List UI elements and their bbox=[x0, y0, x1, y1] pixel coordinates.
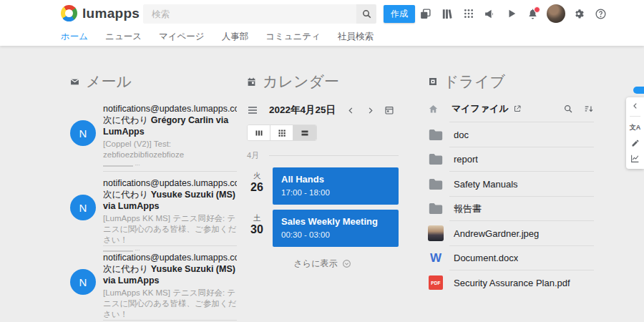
calendar-event-row: 火 26 All Hands 17:00 - 18:00 bbox=[247, 167, 399, 205]
file-name: report bbox=[454, 154, 478, 165]
pencil-icon[interactable] bbox=[631, 139, 640, 147]
word-file-icon: W bbox=[428, 252, 444, 265]
redacted-snippet bbox=[103, 165, 133, 167]
mail-item[interactable]: N notifications@updates.lumapps.com 次に代わ… bbox=[70, 97, 237, 172]
create-button[interactable]: 作成 bbox=[384, 5, 415, 23]
mail-text: notifications@updates.lumapps.com 次に代わり … bbox=[103, 103, 237, 172]
nav-tab[interactable]: 人事部 bbox=[222, 31, 249, 43]
calendar-event[interactable]: All Hands 17:00 - 18:00 bbox=[273, 167, 399, 205]
main-nav: ホーム ニュース マイページ 人事部 コミュニティ 社員検索 bbox=[61, 27, 374, 46]
drive-item[interactable]: report bbox=[428, 147, 594, 172]
apps-grid-icon[interactable] bbox=[461, 6, 476, 21]
calendar-prev-icon[interactable] bbox=[347, 107, 355, 114]
nav-tab[interactable]: ホーム bbox=[61, 31, 88, 43]
file-name: Security Assurance Plan.pdf bbox=[454, 278, 570, 288]
mail-item[interactable]: N notifications@updates.lumapps.com 次に代わ… bbox=[70, 172, 237, 246]
calendar-next-icon[interactable] bbox=[366, 107, 374, 114]
sender-address: notifications@updates.lumapps.com bbox=[103, 177, 237, 189]
mail-list: N notifications@updates.lumapps.com 次に代わ… bbox=[70, 97, 237, 321]
drive-widget: ドライブ マイファイル bbox=[428, 72, 594, 296]
open-external-icon[interactable] bbox=[513, 104, 522, 113]
event-date: 火 26 bbox=[247, 167, 267, 205]
user-avatar[interactable] bbox=[547, 4, 565, 23]
mail-widget: メール N notifications@updates.lumapps.com … bbox=[70, 72, 237, 321]
file-name: doc bbox=[454, 130, 469, 140]
calendar-widget: カレンダー 2022年4月25日 bbox=[247, 72, 399, 270]
sender-avatar: N bbox=[70, 269, 96, 295]
file-name: AndrewGardner.jpeg bbox=[454, 228, 539, 239]
home-icon[interactable] bbox=[428, 104, 439, 114]
help-icon[interactable] bbox=[593, 6, 608, 21]
sender-name: 次に代わり Yusuke Suzuki (MS) via LumApps bbox=[103, 189, 237, 212]
drive-item[interactable]: 報告書 bbox=[428, 197, 594, 222]
search-button[interactable] bbox=[356, 4, 376, 24]
topbar-icons bbox=[418, 0, 608, 27]
event-date: 土 30 bbox=[247, 210, 267, 247]
translate-icon[interactable]: 文A bbox=[630, 123, 641, 132]
mail-subject: [LumApps KK MS] テニス同好会: テニスに関心のある皆様、ご参加く… bbox=[103, 288, 237, 320]
image-thumbnail bbox=[428, 225, 444, 241]
drive-item[interactable]: AndrewGardner.jpeg bbox=[428, 221, 594, 246]
lumapps-logo[interactable]: lumapps bbox=[61, 5, 140, 21]
calendar-view-switcher bbox=[247, 125, 317, 141]
drive-item[interactable]: doc bbox=[428, 122, 594, 147]
rail-divider bbox=[630, 116, 640, 117]
nav-tab[interactable]: コミュニティ bbox=[265, 31, 321, 43]
drive-widget-title: ドライブ bbox=[428, 72, 594, 92]
drive-tools bbox=[563, 104, 594, 114]
expand-more-icon bbox=[342, 259, 351, 268]
notification-badge bbox=[534, 6, 540, 13]
folder-icon bbox=[428, 129, 444, 141]
nav-tab[interactable]: ニュース bbox=[105, 31, 142, 43]
collapse-chevron-icon[interactable] bbox=[632, 102, 639, 109]
folder-icon bbox=[428, 153, 444, 165]
calendar-current-date: 2022年4月25日 bbox=[269, 104, 336, 117]
calendar-event[interactable]: Sales Weekly Meeting 00:30 - 03:00 bbox=[273, 210, 399, 247]
mail-item[interactable]: N notifications@updates.lumapps.com 次に代わ… bbox=[70, 246, 237, 321]
calendar-icon bbox=[247, 77, 256, 87]
sender-address: notifications@updates.lumapps.com bbox=[103, 252, 237, 263]
pdf-file-icon: PDF bbox=[428, 275, 444, 290]
sender-name: 次に代わり Yusuke Suzuki (MS) via LumApps bbox=[103, 263, 237, 286]
pages-icon[interactable] bbox=[418, 6, 433, 21]
calendar-event-row: 土 30 Sales Weekly Meeting 00:30 - 03:00 bbox=[247, 210, 399, 247]
file-name: 報告書 bbox=[454, 203, 482, 215]
calendar-today-icon[interactable] bbox=[384, 105, 394, 115]
file-name: Document.docx bbox=[454, 253, 518, 263]
mail-icon bbox=[70, 77, 79, 87]
designer-blue-tab[interactable] bbox=[633, 87, 644, 94]
calendar-view-week-button[interactable] bbox=[270, 125, 293, 140]
analytics-icon[interactable] bbox=[630, 154, 640, 163]
drive-breadcrumb[interactable]: マイファイル bbox=[452, 102, 509, 115]
announcement-icon[interactable] bbox=[482, 6, 497, 21]
drive-sort-icon[interactable] bbox=[584, 104, 594, 114]
file-name: Safety Manuals bbox=[454, 179, 518, 190]
nav-tab[interactable]: マイページ bbox=[159, 31, 205, 43]
calendar-view-day-button[interactable] bbox=[248, 125, 270, 140]
folder-icon bbox=[428, 178, 444, 190]
search-icon bbox=[361, 9, 372, 19]
calendar-header: 2022年4月25日 bbox=[247, 104, 399, 117]
side-tool-rail: 文A bbox=[626, 97, 644, 169]
drive-file-list: doc report bbox=[428, 122, 594, 296]
nav-tab[interactable]: 社員検索 bbox=[338, 31, 374, 43]
drive-item[interactable]: Safety Manuals bbox=[428, 172, 594, 197]
calendar-menu-icon[interactable] bbox=[247, 104, 258, 116]
lumapps-logo-icon bbox=[61, 5, 77, 21]
lumapps-logo-text: lumapps bbox=[82, 6, 140, 21]
sender-address: notifications@updates.lumapps.com bbox=[103, 103, 237, 114]
calendar-show-more[interactable]: さらに表示 bbox=[247, 258, 399, 270]
sender-name: 次に代わり Grégory Carlin via LumApps bbox=[103, 114, 237, 137]
library-icon[interactable] bbox=[439, 6, 454, 21]
drive-search-icon[interactable] bbox=[563, 104, 573, 114]
play-icon[interactable] bbox=[504, 6, 519, 21]
drive-item[interactable]: W Document.docx bbox=[428, 246, 594, 271]
notifications-icon[interactable] bbox=[525, 6, 540, 21]
search-input[interactable] bbox=[143, 4, 356, 24]
settings-icon[interactable] bbox=[572, 6, 587, 21]
drive-icon bbox=[428, 77, 437, 87]
drive-item[interactable]: PDF Security Assurance Plan.pdf bbox=[428, 270, 594, 296]
sender-avatar: N bbox=[70, 195, 96, 220]
calendar-month-row: 4月 bbox=[247, 150, 399, 161]
calendar-view-agenda-button[interactable] bbox=[293, 125, 316, 140]
